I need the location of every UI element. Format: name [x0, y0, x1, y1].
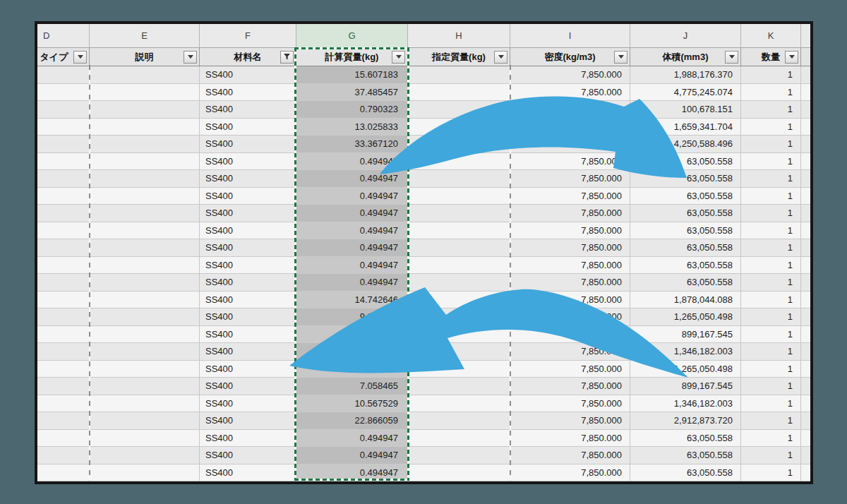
cell-l20[interactable] — [801, 395, 813, 413]
cell-f11[interactable]: SS400 — [200, 239, 296, 257]
cell-h8[interactable] — [408, 188, 510, 205]
cell-j13[interactable]: 63,050.558 — [630, 274, 741, 292]
cell-d18[interactable] — [37, 361, 90, 378]
cell-e3[interactable] — [90, 101, 200, 119]
cell-e24[interactable] — [90, 464, 200, 482]
cell-k18[interactable]: 1 — [741, 361, 801, 378]
cell-g4[interactable]: 13.025833 — [296, 119, 408, 136]
cell-i12[interactable]: 7,850.000 — [510, 257, 630, 275]
cell-d2[interactable] — [37, 84, 90, 102]
cell-h3[interactable] — [408, 101, 510, 119]
cell-f3[interactable]: SS400 — [200, 101, 296, 119]
cell-g1[interactable]: 15.607183 — [296, 66, 408, 84]
cell-d6[interactable] — [37, 153, 90, 171]
cell-g12[interactable]: 0.494947 — [296, 257, 408, 275]
cell-l18[interactable] — [801, 361, 813, 378]
cell-j24[interactable]: 63,050.558 — [630, 464, 741, 482]
cell-e18[interactable] — [90, 361, 200, 378]
cell-i11[interactable]: 7,850.000 — [510, 239, 630, 257]
cell-i8[interactable]: 7,850.000 — [510, 188, 630, 205]
cell-d21[interactable] — [37, 412, 90, 430]
cell-k15[interactable]: 1 — [741, 308, 801, 326]
cell-i24[interactable]: 7,850.000 — [510, 464, 630, 482]
cell-i9[interactable]: 7,850.000 — [510, 205, 630, 222]
cell-d4[interactable] — [37, 119, 90, 136]
cell-h10[interactable] — [408, 222, 510, 240]
cell-i23[interactable]: 7,850.000 — [510, 447, 630, 464]
cell-d22[interactable] — [37, 430, 90, 448]
cell-e10[interactable] — [90, 222, 200, 240]
cell-l19[interactable] — [801, 378, 813, 395]
cell-j2[interactable]: 4,775,245.074 — [630, 84, 741, 102]
column-header-K[interactable]: 数量 — [741, 48, 801, 66]
cell-e16[interactable] — [90, 326, 200, 344]
cell-d12[interactable] — [37, 257, 90, 275]
cell-k11[interactable]: 1 — [741, 239, 801, 257]
filter-button-G[interactable] — [392, 51, 405, 64]
cell-d14[interactable] — [37, 292, 90, 309]
cell-h24[interactable] — [408, 464, 510, 482]
column-header-H[interactable]: 指定質量(kg) — [408, 48, 510, 66]
cell-d9[interactable] — [37, 205, 90, 222]
cell-g19[interactable]: 7.058465 — [296, 378, 408, 395]
cell-j12[interactable]: 63,050.558 — [630, 257, 741, 275]
cell-k24[interactable]: 1 — [741, 464, 801, 482]
cell-d3[interactable] — [37, 101, 90, 119]
cell-d19[interactable] — [37, 378, 90, 395]
cell-k10[interactable]: 1 — [741, 222, 801, 240]
cell-e21[interactable] — [90, 412, 200, 430]
cell-d13[interactable] — [37, 274, 90, 292]
cell-j3[interactable]: 100,678.151 — [630, 101, 741, 119]
cell-e15[interactable] — [90, 308, 200, 326]
cell-i3[interactable]: 7,850.000 — [510, 101, 630, 119]
cell-g14[interactable]: 14.742646 — [296, 292, 408, 309]
cell-g3[interactable]: 0.790323 — [296, 101, 408, 119]
cell-k23[interactable]: 1 — [741, 447, 801, 464]
column-letter-F[interactable]: F — [200, 24, 296, 47]
cell-k16[interactable]: 1 — [741, 326, 801, 344]
cell-i1[interactable]: 7,850.000 — [510, 66, 630, 84]
cell-j15[interactable]: 1,265,050.498 — [630, 308, 741, 326]
cell-h9[interactable] — [408, 205, 510, 222]
cell-i2[interactable]: 7,850.000 — [510, 84, 630, 102]
cell-g15[interactable]: 9.930646 — [296, 308, 408, 326]
cell-i10[interactable]: 7,850.000 — [510, 222, 630, 240]
cell-j23[interactable]: 63,050.558 — [630, 447, 741, 464]
cell-f4[interactable]: SS400 — [200, 119, 296, 136]
cell-i16[interactable]: 7,850.000 — [510, 326, 630, 344]
cell-l5[interactable] — [801, 136, 813, 153]
cell-e8[interactable] — [90, 188, 200, 205]
cell-g5[interactable]: 33.367120 — [296, 136, 408, 153]
cell-h19[interactable] — [408, 378, 510, 395]
cell-k14[interactable]: 1 — [741, 292, 801, 309]
cell-g2[interactable]: 37.485457 — [296, 84, 408, 102]
cell-j17[interactable]: 1,346,182.003 — [630, 343, 741, 361]
column-header-F[interactable]: 材料名 — [200, 48, 296, 66]
column-letter-J[interactable]: J — [630, 24, 741, 47]
cell-l2[interactable] — [801, 84, 813, 102]
cell-k20[interactable]: 1 — [741, 395, 801, 413]
column-header-J[interactable]: 体積(mm3) — [630, 48, 741, 66]
cell-k1[interactable]: 1 — [741, 66, 801, 84]
cell-l7[interactable] — [801, 170, 813, 188]
cell-f9[interactable]: SS400 — [200, 205, 296, 222]
cell-e20[interactable] — [90, 395, 200, 413]
cell-j5[interactable]: 4,250,588.496 — [630, 136, 741, 153]
cell-l6[interactable] — [801, 153, 813, 171]
cell-h17[interactable] — [408, 343, 510, 361]
cell-e5[interactable] — [90, 136, 200, 153]
cell-l4[interactable] — [801, 119, 813, 136]
cell-l9[interactable] — [801, 205, 813, 222]
cell-i4[interactable]: 7,850.000 — [510, 119, 630, 136]
cell-f12[interactable]: SS400 — [200, 257, 296, 275]
cell-i18[interactable]: 7,850.000 — [510, 361, 630, 378]
cell-f2[interactable]: SS400 — [200, 84, 296, 102]
cell-h7[interactable] — [408, 170, 510, 188]
cell-d24[interactable] — [37, 464, 90, 482]
cell-g9[interactable]: 0.494947 — [296, 205, 408, 222]
cell-k9[interactable]: 1 — [741, 205, 801, 222]
cell-j22[interactable]: 63,050.558 — [630, 430, 741, 448]
cell-e22[interactable] — [90, 430, 200, 448]
filter-button-F[interactable] — [280, 51, 294, 64]
cell-e9[interactable] — [90, 205, 200, 222]
